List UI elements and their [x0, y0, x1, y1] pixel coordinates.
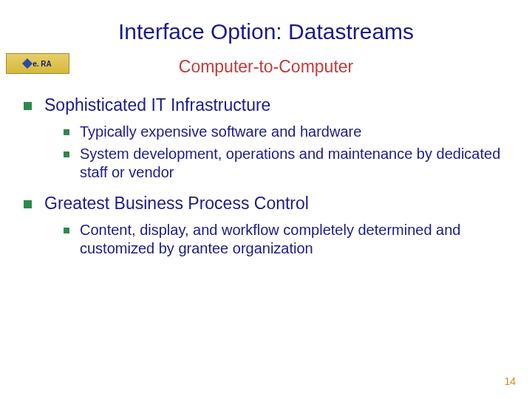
list-item: System development, operations and maint…	[61, 145, 513, 181]
sub-list: Content, display, and workflow completel…	[61, 221, 513, 257]
slide-body: Sophisticated IT Infrastructure Typicall…	[0, 81, 532, 257]
header-row: e. RA Computer-to-Computer	[0, 52, 532, 81]
bullet-text: Typically expensive software and hardwar…	[80, 123, 361, 140]
era-logo-inner: e. RA	[24, 60, 52, 68]
slide-title: Interface Option: Datastreams	[0, 0, 532, 44]
era-logo: e. RA	[6, 53, 69, 74]
slide-subtitle: Computer-to-Computer	[0, 57, 532, 77]
page-number: 14	[504, 375, 516, 387]
sub-list: Typically expensive software and hardwar…	[61, 123, 513, 181]
list-item: Typically expensive software and hardwar…	[61, 123, 513, 140]
bullet-text: Content, display, and workflow completel…	[80, 222, 460, 256]
list-item: Sophisticated IT Infrastructure Typicall…	[19, 95, 513, 181]
list-item: Content, display, and workflow completel…	[61, 221, 513, 257]
diamond-icon	[22, 58, 33, 69]
bullet-text: System development, operations and maint…	[80, 146, 500, 180]
bullet-text: Sophisticated IT Infrastructure	[44, 95, 270, 115]
list-item: Greatest Business Process Control Conten…	[19, 193, 513, 257]
bullet-list: Sophisticated IT Infrastructure Typicall…	[19, 95, 513, 257]
bullet-text: Greatest Business Process Control	[44, 194, 309, 213]
era-logo-text: e. RA	[33, 60, 52, 68]
slide: Interface Option: Datastreams e. RA Comp…	[0, 0, 532, 399]
